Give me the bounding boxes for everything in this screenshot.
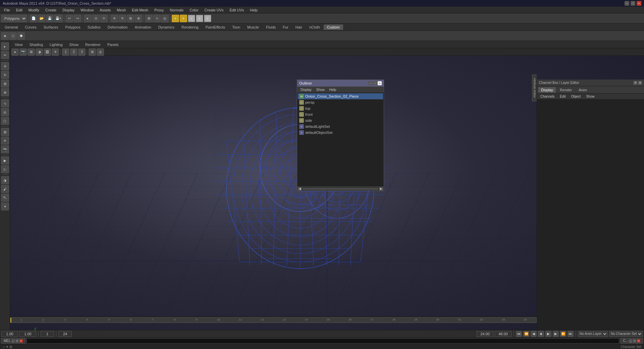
shelf-tab-custom[interactable]: Custom [324,24,343,30]
toolbar-open[interactable]: 📂 [38,15,45,22]
toolbar-snap-grid[interactable]: ⊞ [145,15,153,22]
outliner-title-bar[interactable]: Outliner ─ □ × [297,80,384,87]
timeline-area[interactable]: 1 2 3 4 5 6 7 8 9 10 11 12 13 14 15 16 1… [10,316,537,323]
vp-smooth2-btn[interactable]: 2 [70,48,77,56]
left-ipr-btn[interactable]: ▷ [1,165,9,173]
menu-modify[interactable]: Modify [26,7,42,13]
channel-box-expand[interactable]: ⊞ [638,81,642,85]
viewport-menu-shading[interactable]: Shading [28,42,45,47]
menu-assets[interactable]: Assets [97,7,113,13]
viewport-menu-show[interactable]: Show [67,42,81,47]
shelf-tab-hair[interactable]: Hair [292,24,306,30]
shelf-tab-painteffects[interactable]: PaintEffects [202,24,229,30]
outliner-scroll-left[interactable]: ◀ [298,187,302,191]
shelf-tab-ncloth[interactable]: nCloth [306,24,323,30]
toolbar-light5[interactable]: ● [204,15,211,22]
shelf-icon-1[interactable]: ◈ [1,32,9,40]
maximize-button[interactable]: □ [631,1,635,6]
toolbar-new[interactable]: 📄 [30,15,37,22]
shelf-tab-deformation[interactable]: Deformation [104,24,131,30]
shelf-tab-rendering[interactable]: Rendering [178,24,202,30]
shelf-icon-3[interactable]: ⬢ [17,32,25,40]
script-tab-c[interactable]: C... _ □ × [621,338,643,344]
start-time-field[interactable] [1,331,18,337]
vp-smooth3-btn[interactable]: 3 [78,48,86,56]
shelf-tab-muscle[interactable]: Muscle [244,24,262,30]
jump-start-btn[interactable]: ⏮ [516,331,522,337]
left-rotate-tool[interactable]: ↻ [1,71,9,79]
outliner-item-1[interactable]: C persp [298,99,383,105]
tab-anim[interactable]: Anim [576,87,590,93]
shelf-tab-dynamics[interactable]: Dynamics [155,24,178,30]
left-sculpt-btn[interactable]: ⛏ [1,194,9,202]
toolbar-paint[interactable]: ✏ [100,15,108,22]
menu-create[interactable]: Create [43,7,59,13]
viewport-menu-view[interactable]: View [13,42,25,47]
toolbar-light4[interactable]: ● [196,15,203,22]
toolbar-light1[interactable]: ● [172,15,179,22]
end-frame-field[interactable] [58,331,72,337]
viewport-menu-panels[interactable]: Panels [105,42,121,47]
left-camera-tool[interactable]: 📷 [1,145,9,153]
range-start-field[interactable] [477,331,493,337]
left-silhouette-btn[interactable]: ◑ [1,176,9,184]
script-tab-mel[interactable]: MEL _ □ × [1,338,25,344]
next-frame-btn[interactable]: ⏩ [560,331,566,337]
outliner-scroll-right[interactable]: ▶ [379,187,383,191]
outliner-item-0[interactable]: M Onion_Cross_Section_02_Piece [298,93,383,99]
anim-layer-select[interactable]: No Anim Layer [578,331,608,337]
mel-close[interactable]: × [19,339,23,343]
viewport-menu-lighting[interactable]: Lighting [48,42,65,47]
shelf-tab-surfaces[interactable]: Surfaces [40,24,61,30]
toolbar-scale[interactable]: ⊞ [127,15,134,22]
vp-shaded-btn[interactable]: ◑ [36,48,43,56]
left-render-btn[interactable]: ▶ [1,156,9,164]
toolbar-snap-point[interactable]: ◎ [161,15,169,22]
outliner-maximize[interactable]: □ [373,81,377,85]
menu-edit[interactable]: Edit [13,7,25,13]
outliner-minimize[interactable]: ─ [368,81,372,85]
vp-wire-btn[interactable]: ⊞ [28,48,35,56]
cb-menu-show[interactable]: Show [584,94,596,99]
outliner-menu-show[interactable]: Show [314,88,327,92]
tab-render[interactable]: Render [557,87,575,93]
shelf-tab-polygons[interactable]: Polygons [62,24,84,30]
left-light-tool[interactable]: ☀ [1,137,9,145]
c-close[interactable]: × [637,339,640,343]
outliner-item-6[interactable]: S defaultObjectSet [298,130,383,136]
left-brush-btn[interactable]: 🖌 [1,185,9,193]
left-universal-tool[interactable]: ⊕ [1,88,9,96]
shelf-tab-animation[interactable]: Animation [131,24,155,30]
vp-texture-btn[interactable]: 🖼 [44,48,51,56]
mel-maximize[interactable]: □ [15,339,19,343]
toolbar-universal[interactable]: ⊕ [135,15,142,22]
timeline-ruler[interactable]: 1 2 3 4 5 6 7 8 9 10 11 12 13 14 15 16 1… [10,317,537,323]
tab-display[interactable]: Display [538,87,556,93]
menu-file[interactable]: File [1,7,13,13]
toolbar-light2[interactable]: ● [180,15,187,22]
shelf-icon-2[interactable]: ⬡ [9,32,17,40]
left-select-tool[interactable]: ▸ [1,42,9,50]
outliner-item-2[interactable]: C top [298,105,383,111]
toolbar-undo[interactable]: ↩ [66,15,73,22]
mode-dropdown[interactable]: Polygons [1,15,27,22]
toolbar-save[interactable]: 💾 [46,15,53,22]
menu-display[interactable]: Display [60,7,77,13]
attr-editor-tab[interactable]: Attribute Editor [532,74,537,101]
outliner-item-5[interactable]: S defaultLightSet [298,123,383,130]
close-button[interactable]: × [637,1,641,6]
prev-frame-btn[interactable]: ⏪ [523,331,529,337]
outliner-item-4[interactable]: C side [298,117,383,123]
shelf-tab-curves[interactable]: Curves [21,24,40,30]
toolbar-snap-curve[interactable]: ∿ [153,15,161,22]
channel-box-settings[interactable]: ⚙ [633,81,637,85]
outliner-close[interactable]: × [378,81,382,85]
outliner-scrollbar[interactable]: ◀ ▶ [297,187,384,191]
shelf-tab-general[interactable]: General [1,24,21,30]
cb-menu-object[interactable]: Object [569,94,583,99]
c-maximize[interactable]: □ [633,339,636,343]
toolbar-rotate[interactable]: ↻ [119,15,126,22]
left-extra-btn[interactable]: ✦ [1,202,9,210]
current-frame-field[interactable] [41,331,54,337]
vp-select-btn[interactable]: ▸ [11,48,19,56]
